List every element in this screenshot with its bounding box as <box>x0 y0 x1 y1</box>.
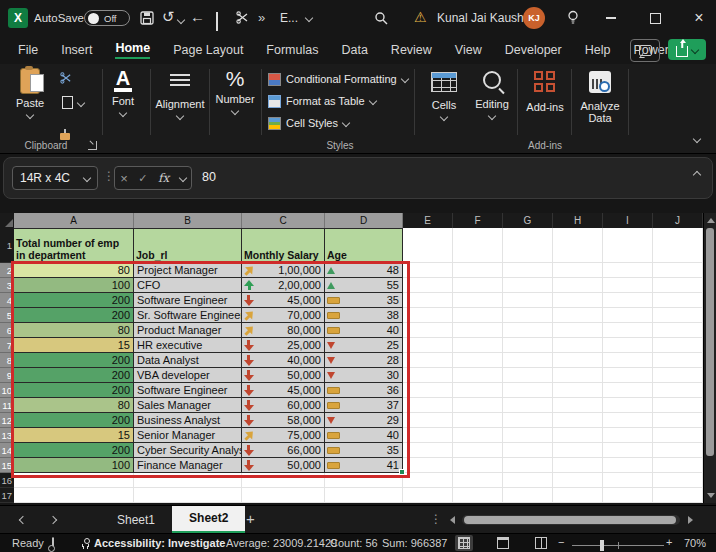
cell-G12[interactable] <box>503 413 553 428</box>
cell-I10[interactable] <box>603 383 653 398</box>
cell-F1[interactable] <box>453 228 503 263</box>
cell-B11[interactable]: Sales Manager <box>134 398 242 413</box>
cell-C8[interactable]: 40,000 <box>242 353 325 368</box>
cell-H12[interactable] <box>553 413 603 428</box>
cell-I5[interactable] <box>603 308 653 323</box>
hscroll-left-icon[interactable] <box>450 516 455 524</box>
cell-I13[interactable] <box>603 428 653 443</box>
cell-J11[interactable] <box>653 398 703 413</box>
prev-sheet-icon[interactable] <box>19 516 27 524</box>
cell-B16[interactable] <box>134 473 242 488</box>
warning-icon[interactable]: ⚠ <box>414 9 427 25</box>
cell-G9[interactable] <box>503 368 553 383</box>
cell-I2[interactable] <box>603 263 653 278</box>
cell-C4[interactable]: 45,000 <box>242 293 325 308</box>
cell-C1[interactable]: Monthly Salary <box>242 228 325 263</box>
cell-F8[interactable] <box>453 353 503 368</box>
cell-H9[interactable] <box>553 368 603 383</box>
normal-view-button[interactable] <box>455 535 473 551</box>
cell-G2[interactable] <box>503 263 553 278</box>
cell-A6[interactable]: 80 <box>14 323 134 338</box>
cell-B2[interactable]: Project Manager <box>134 263 242 278</box>
cell-F2[interactable] <box>453 263 503 278</box>
cell-I15[interactable] <box>603 458 653 473</box>
minimize-button[interactable] <box>596 0 626 36</box>
cell-B6[interactable]: Product Manager <box>134 323 242 338</box>
cell-E11[interactable] <box>403 398 453 413</box>
row-header-1[interactable]: 1 <box>0 228 14 263</box>
cell-F6[interactable] <box>453 323 503 338</box>
paste-button[interactable]: Paste <box>16 68 44 118</box>
cell-D10[interactable]: 36 <box>325 383 403 398</box>
undo-icon[interactable]: ↺ <box>162 8 175 26</box>
cell-E5[interactable] <box>403 308 453 323</box>
cell-B4[interactable]: Software Engineer <box>134 293 242 308</box>
zoom-level[interactable]: 70% <box>684 537 706 549</box>
lightbulb-icon[interactable] <box>566 10 580 25</box>
avatar[interactable]: KJ <box>523 7 545 29</box>
page-break-view-button[interactable] <box>532 535 550 551</box>
cell-A7[interactable]: 15 <box>14 338 134 353</box>
cell-H13[interactable] <box>553 428 603 443</box>
cell-F16[interactable] <box>453 473 503 488</box>
cell-D2[interactable]: 48 <box>325 263 403 278</box>
cell-E4[interactable] <box>403 293 453 308</box>
cell-C11[interactable]: 60,000 <box>242 398 325 413</box>
cell-D12[interactable]: 29 <box>325 413 403 428</box>
cell-C6[interactable]: 80,000 <box>242 323 325 338</box>
cell-F5[interactable] <box>453 308 503 323</box>
doc-name-dropdown-icon[interactable] <box>305 14 313 22</box>
cell-H2[interactable] <box>553 263 603 278</box>
cell-H14[interactable] <box>553 443 603 458</box>
column-header-a[interactable]: A <box>14 213 134 228</box>
selection-fill-handle[interactable] <box>399 469 405 475</box>
copy-dropdown-icon[interactable] <box>77 99 85 107</box>
cell-E3[interactable] <box>403 278 453 293</box>
cell-C9[interactable]: 50,000 <box>242 368 325 383</box>
row-header-5[interactable]: 5 <box>0 308 14 323</box>
hscroll-right-icon[interactable] <box>688 516 693 524</box>
cell-E7[interactable] <box>403 338 453 353</box>
zoom-in-button[interactable]: + <box>666 536 672 548</box>
cell-A16[interactable] <box>14 473 134 488</box>
cell-B7[interactable]: HR executive <box>134 338 242 353</box>
cell-I1[interactable] <box>603 228 653 263</box>
cell-J8[interactable] <box>653 353 703 368</box>
cell-A12[interactable]: 200 <box>14 413 134 428</box>
cell-H15[interactable] <box>553 458 603 473</box>
cell-F13[interactable] <box>453 428 503 443</box>
cell-G13[interactable] <box>503 428 553 443</box>
scroll-up-icon[interactable] <box>707 218 715 223</box>
cell-A17[interactable] <box>14 488 134 503</box>
cell-B10[interactable]: Software Engineer <box>134 383 242 398</box>
document-name[interactable]: E... <box>280 11 298 25</box>
cell-J9[interactable] <box>653 368 703 383</box>
cell-J13[interactable] <box>653 428 703 443</box>
cell-E14[interactable] <box>403 443 453 458</box>
undo-dropdown-icon[interactable] <box>177 16 185 24</box>
cell-G10[interactable] <box>503 383 553 398</box>
sheet-tab-sheet2[interactable]: Sheet2 <box>172 506 245 534</box>
vertical-scroll-thumb[interactable] <box>706 228 714 456</box>
horizontal-scroll-thumb[interactable] <box>464 516 676 524</box>
cell-F7[interactable] <box>453 338 503 353</box>
copy-button[interactable] <box>62 96 73 109</box>
row-header-14[interactable]: 14 <box>0 443 14 458</box>
share-button[interactable] <box>668 39 706 60</box>
cell-D17[interactable] <box>325 488 403 503</box>
cell-J12[interactable] <box>653 413 703 428</box>
cell-G7[interactable] <box>503 338 553 353</box>
tab-file[interactable]: File <box>18 43 38 57</box>
format-painter-button[interactable] <box>60 133 70 140</box>
cell-J4[interactable] <box>653 293 703 308</box>
cell-I6[interactable] <box>603 323 653 338</box>
cell-F9[interactable] <box>453 368 503 383</box>
insert-function-icon[interactable]: fx <box>158 171 169 185</box>
cell-A14[interactable]: 200 <box>14 443 134 458</box>
cell-C12[interactable]: 58,000 <box>242 413 325 428</box>
scroll-down-icon[interactable] <box>707 493 715 498</box>
cell-A11[interactable]: 80 <box>14 398 134 413</box>
cell-C7[interactable]: 25,000 <box>242 338 325 353</box>
row-header-4[interactable]: 4 <box>0 293 14 308</box>
cell-E2[interactable] <box>403 263 453 278</box>
